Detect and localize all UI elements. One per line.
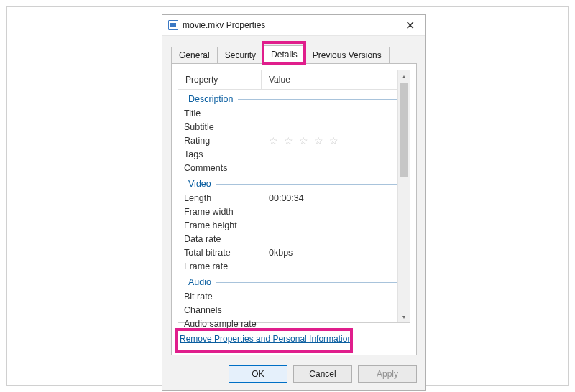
prop-row[interactable]: Data rate <box>178 233 398 246</box>
listview-content: Description Title Subtitle Rating <box>178 89 398 322</box>
tab-details[interactable]: Details <box>263 45 305 63</box>
group-description: Description <box>178 90 398 107</box>
prop-value <box>267 107 398 121</box>
prop-value <box>267 162 398 175</box>
property-listview: Property Value Description Title <box>178 70 410 323</box>
group-label: Description <box>188 94 234 104</box>
apply-button[interactable]: Apply <box>358 365 417 383</box>
cancel-button[interactable]: Cancel <box>293 365 352 383</box>
window-title: movie.mkv Properties <box>183 20 397 30</box>
prop-value: 0kbps <box>267 246 398 260</box>
group-divider <box>238 99 398 100</box>
dialog-body: General Security Details Previous Versio… <box>162 36 426 390</box>
group-divider <box>216 282 398 283</box>
prop-label: Frame width <box>184 205 267 219</box>
prop-row[interactable]: Channels <box>178 304 398 317</box>
prop-label: Tags <box>184 148 267 162</box>
scrollbar[interactable]: ▴ ▾ <box>397 70 410 322</box>
tab-strip: General Security Details Previous Versio… <box>171 46 389 63</box>
prop-row[interactable]: Rating ☆ ☆ ☆ ☆ ☆ <box>178 134 398 148</box>
tab-general[interactable]: General <box>171 47 218 63</box>
prop-value <box>267 317 398 331</box>
ok-button[interactable]: OK <box>229 365 288 383</box>
prop-row[interactable]: Bit rate <box>178 290 398 304</box>
prop-value <box>267 148 398 162</box>
column-header-property[interactable]: Property <box>178 70 262 89</box>
prop-row[interactable]: Audio sample rate <box>178 317 398 331</box>
prop-row[interactable]: Frame rate <box>178 260 398 274</box>
prop-label: Channels <box>184 304 267 317</box>
group-divider <box>216 184 398 185</box>
prop-row[interactable]: Subtitle <box>178 121 398 134</box>
tab-previous-versions[interactable]: Previous Versions <box>305 47 390 63</box>
prop-value <box>267 205 398 219</box>
prop-value <box>267 290 398 304</box>
group-video: Video <box>178 175 398 192</box>
scroll-down-icon[interactable]: ▾ <box>398 311 410 322</box>
prop-label: Subtitle <box>184 121 267 134</box>
column-header-value[interactable]: Value <box>262 70 410 89</box>
prop-value <box>267 219 398 233</box>
prop-label: Comments <box>184 162 267 175</box>
prop-label: Data rate <box>184 233 267 246</box>
close-icon[interactable]: ✕ <box>397 17 423 34</box>
prop-label: Total bitrate <box>184 246 267 260</box>
prop-row[interactable]: Total bitrate 0kbps <box>178 246 398 260</box>
dialog-button-row: OK Cancel Apply <box>162 358 426 390</box>
page-frame: movie.mkv Properties ✕ General Security … <box>6 6 569 386</box>
prop-label: Rating <box>184 134 267 148</box>
prop-row[interactable]: Frame width <box>178 205 398 219</box>
prop-row[interactable]: Comments <box>178 162 398 175</box>
prop-value: 00:00:34 <box>267 192 398 205</box>
prop-label: Audio sample rate <box>184 317 267 331</box>
prop-label: Frame height <box>184 219 267 233</box>
group-audio: Audio <box>178 274 398 290</box>
group-label: Audio <box>188 277 211 287</box>
prop-row[interactable]: Frame height <box>178 219 398 233</box>
prop-label: Frame rate <box>184 260 267 274</box>
rating-stars-icon[interactable]: ☆ ☆ ☆ ☆ ☆ <box>267 134 398 148</box>
prop-label: Title <box>184 107 267 121</box>
remove-properties-link[interactable]: Remove Properties and Personal Informati… <box>180 334 352 344</box>
file-icon <box>168 20 178 30</box>
prop-value <box>267 121 398 134</box>
prop-label: Bit rate <box>184 290 267 304</box>
scroll-up-icon[interactable]: ▴ <box>398 70 410 82</box>
prop-label: Length <box>184 192 267 205</box>
titlebar: movie.mkv Properties ✕ <box>162 15 426 36</box>
prop-value <box>267 260 398 274</box>
listview-header: Property Value <box>178 70 410 90</box>
prop-row[interactable]: Tags <box>178 148 398 162</box>
prop-row[interactable]: Length 00:00:34 <box>178 192 398 205</box>
details-panel: Property Value Description Title <box>171 63 417 355</box>
group-label: Video <box>188 179 211 189</box>
tab-security[interactable]: Security <box>217 47 264 63</box>
prop-value <box>267 233 398 246</box>
prop-row[interactable]: Title <box>178 107 398 121</box>
prop-value <box>267 304 398 317</box>
properties-dialog: movie.mkv Properties ✕ General Security … <box>162 14 426 391</box>
remove-link-wrap: Remove Properties and Personal Informati… <box>178 330 410 350</box>
scroll-thumb[interactable] <box>400 83 408 177</box>
